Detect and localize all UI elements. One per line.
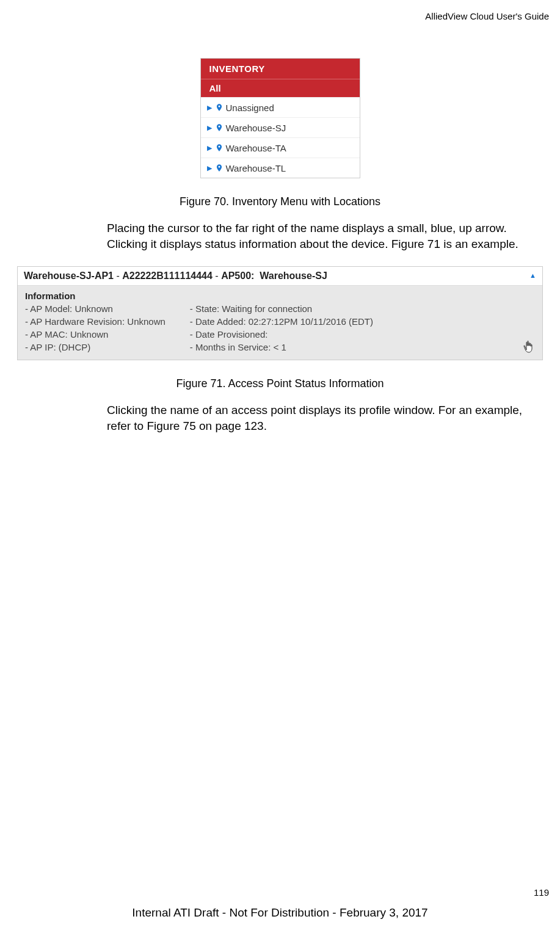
inventory-item-warehouse-tl[interactable]: ▶ Warehouse-TL [201,158,360,178]
header-guide-title: AlliedView Cloud User's Guide [425,11,549,21]
hand-cursor-icon [523,339,535,357]
paragraph-2: Clicking the name of an access point dis… [107,402,528,434]
figure-71: Warehouse-SJ-AP1 - A22222B111114444 - AP… [17,266,543,360]
ap-serial: A22222B111114444 [122,270,213,281]
location-pin-icon [215,122,224,133]
sep: - [213,270,221,281]
info-line: - State: Waiting for connection [190,302,373,315]
ap-name: Warehouse-SJ-AP1 [24,270,114,281]
ap-title-bar[interactable]: Warehouse-SJ-AP1 - A22222B111114444 - AP… [18,267,542,286]
chevron-right-icon: ▶ [207,164,212,172]
footer-disclaimer: Internal ATI Draft - Not For Distributio… [0,906,560,920]
info-line: - Date Added: 02:27:12PM 10/11/2016 (EDT… [190,315,373,328]
ap-info-box: Information - AP Model: Unknown - AP Har… [18,286,542,360]
chevron-right-icon: ▶ [207,104,212,112]
collapse-up-arrow-icon[interactable]: ▲ [529,272,536,279]
info-line: - AP IP: (DHCP) [25,341,165,354]
chevron-right-icon: ▶ [207,144,212,152]
chevron-right-icon: ▶ [207,124,212,132]
inventory-all-row[interactable]: All [201,79,360,97]
info-col-2: - State: Waiting for connection - Date A… [190,302,373,354]
info-line: - AP MAC: Unknown [25,328,165,341]
location-pin-icon [215,142,224,153]
inventory-menu-header: INVENTORY [201,59,360,79]
inventory-item-warehouse-sj[interactable]: ▶ Warehouse-SJ [201,117,360,137]
ap-model: AP500: [221,270,254,281]
inventory-item-unassigned[interactable]: ▶ Unassigned [201,97,360,117]
paragraph-1: Placing the cursor to the far right of t… [107,220,528,252]
inventory-item-label: Warehouse-TA [226,143,286,153]
info-line: - AP Model: Unknown [25,302,165,315]
inventory-item-label: Warehouse-TL [226,163,286,173]
location-pin-icon [215,162,224,173]
info-heading: Information [25,291,535,301]
page-number: 119 [534,887,549,898]
ap-location: Warehouse-SJ [260,270,327,281]
figure-70-caption: Figure 70. Inventory Menu with Locations [12,195,548,208]
info-line: - Date Provisioned: [190,328,373,341]
info-line: - Months in Service: < 1 [190,341,373,354]
page-content: INVENTORY All ▶ Unassigned ▶ Warehouse-S… [0,0,560,434]
sep: - [114,270,122,281]
info-line: - AP Hardware Revision: Unknown [25,315,165,328]
info-columns: - AP Model: Unknown - AP Hardware Revisi… [25,302,535,354]
inventory-item-label: Unassigned [226,103,274,113]
figure-70: INVENTORY All ▶ Unassigned ▶ Warehouse-S… [12,58,548,178]
inventory-item-warehouse-ta[interactable]: ▶ Warehouse-TA [201,137,360,158]
info-col-1: - AP Model: Unknown - AP Hardware Revisi… [25,302,165,354]
inventory-menu: INVENTORY All ▶ Unassigned ▶ Warehouse-S… [200,58,360,178]
figure-71-caption: Figure 71. Access Point Status Informati… [12,377,548,390]
location-pin-icon [215,102,224,113]
inventory-item-label: Warehouse-SJ [226,123,286,133]
